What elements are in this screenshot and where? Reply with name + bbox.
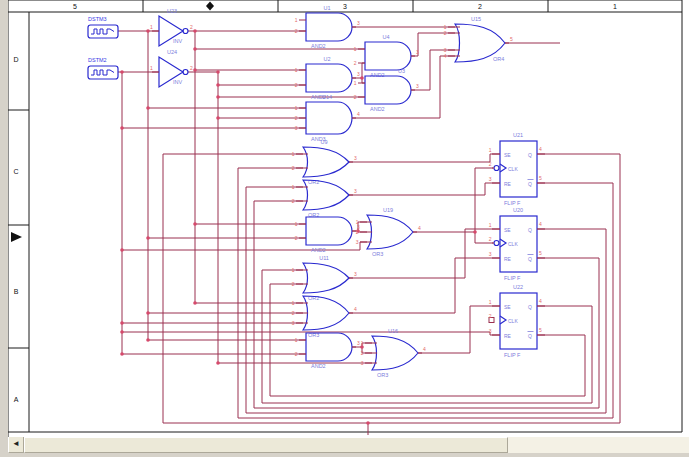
label-text: U3 bbox=[398, 68, 405, 74]
label-text: 3 bbox=[357, 340, 360, 346]
label-text: U16 bbox=[388, 328, 398, 334]
schematic-canvas[interactable]: 5321DCBA DSTM3DSTM2U23INV12U24INV12123U1… bbox=[0, 0, 689, 437]
label-text: 4 bbox=[539, 298, 542, 304]
label-text: 1 bbox=[295, 337, 298, 343]
label-text: U1 bbox=[323, 5, 330, 11]
label-text: U19 bbox=[383, 207, 393, 213]
label-text: U22 bbox=[513, 284, 523, 290]
label-text: 2 bbox=[489, 236, 492, 242]
label-text: C bbox=[13, 168, 18, 175]
label-text: 1 bbox=[295, 17, 298, 23]
label-text: 1 bbox=[295, 67, 298, 73]
label-text: DSTM2 bbox=[88, 57, 107, 63]
label-text: AND2 bbox=[311, 247, 326, 253]
label-text: RE bbox=[504, 333, 512, 339]
label-text: 2 bbox=[292, 165, 295, 171]
scroll-thumb[interactable] bbox=[24, 437, 508, 453]
label-text: 1 bbox=[295, 105, 298, 111]
label-text: CLK bbox=[508, 241, 518, 247]
label-text: RE bbox=[504, 256, 512, 262]
label-text: A bbox=[14, 396, 19, 403]
label-text: 3 bbox=[354, 271, 357, 277]
label-text: 2 bbox=[295, 28, 298, 34]
label-text: Q bbox=[528, 227, 532, 233]
label-text: FLIP F bbox=[504, 200, 521, 206]
label-text: SE bbox=[504, 304, 511, 310]
label-text: 1 bbox=[292, 300, 295, 306]
label-text: DSTM3 bbox=[88, 16, 107, 22]
label-text: 2 bbox=[292, 281, 295, 287]
label-text: RE bbox=[504, 181, 512, 187]
schematic-editor-window: 5321DCBA DSTM3DSTM2U23INV12U24INV12123U1… bbox=[0, 0, 689, 457]
label-text: FLIP F bbox=[504, 275, 521, 281]
label-text: SE bbox=[504, 227, 511, 233]
label-text: 3 bbox=[416, 49, 419, 55]
label-text: 4 bbox=[354, 306, 357, 312]
label-text: 1 bbox=[150, 65, 153, 71]
label-text: 3 bbox=[416, 83, 419, 89]
label-text: INV bbox=[173, 79, 183, 85]
label-text: 3 bbox=[295, 125, 298, 131]
label-text: 5 bbox=[510, 36, 513, 42]
label-text: 2 bbox=[489, 161, 492, 167]
label-text: 1 bbox=[354, 80, 357, 86]
label-text: Q bbox=[528, 152, 532, 158]
label-text: U20 bbox=[513, 207, 523, 213]
label-text: 2 bbox=[190, 24, 193, 30]
label-text: U21 bbox=[513, 132, 523, 138]
label-text: AND2 bbox=[311, 43, 326, 49]
label-text: 3 bbox=[357, 20, 360, 26]
label-text: INV bbox=[173, 38, 183, 44]
label-text: OR4 bbox=[493, 56, 504, 62]
label-text: 5 bbox=[539, 175, 542, 181]
label-text: Q bbox=[528, 304, 532, 310]
label-text: 3 bbox=[489, 328, 492, 334]
label-text: 2 bbox=[444, 30, 447, 36]
horizontal-scrollbar[interactable]: ◄ bbox=[8, 437, 689, 453]
label-text: FLIP F bbox=[504, 352, 521, 358]
label-text: 3 bbox=[361, 360, 364, 366]
label-text: U23 bbox=[167, 8, 177, 14]
label-text: 1 bbox=[150, 24, 153, 30]
label-text: AND2 bbox=[311, 363, 326, 369]
label-text: 5 bbox=[73, 3, 77, 10]
label-text: 1 bbox=[489, 147, 492, 153]
label-text: AND2 bbox=[370, 72, 385, 78]
label-text: Q bbox=[528, 333, 532, 339]
label-text: 3 bbox=[292, 320, 295, 326]
scroll-left-button[interactable]: ◄ bbox=[8, 437, 24, 453]
label-text: 3 bbox=[489, 251, 492, 257]
label-text: 4 bbox=[539, 221, 542, 227]
label-text: 2 bbox=[478, 3, 482, 10]
label-text: 1 bbox=[613, 3, 617, 10]
label-text: OR3 bbox=[377, 372, 388, 378]
label-text: Q bbox=[528, 256, 532, 262]
label-text: 4 bbox=[418, 225, 421, 231]
label-text: 2 bbox=[356, 229, 359, 235]
label-text: 3 bbox=[343, 3, 347, 10]
label-text: 1 bbox=[361, 340, 364, 346]
label-text: 2 bbox=[354, 94, 357, 100]
label-text: 2 bbox=[295, 351, 298, 357]
label-text: 2 bbox=[295, 82, 298, 88]
window-left-strip bbox=[0, 0, 8, 457]
label-text: U2 bbox=[323, 56, 330, 62]
label-text: CLK bbox=[508, 318, 518, 324]
label-text: 1 bbox=[489, 299, 492, 305]
label-text: 5 bbox=[539, 327, 542, 333]
scroll-left-arrow-icon: ◄ bbox=[12, 439, 20, 448]
label-text: U24 bbox=[167, 49, 177, 55]
label-text: B bbox=[14, 288, 19, 295]
label-text: 2 bbox=[361, 350, 364, 356]
label-text: U15 bbox=[471, 16, 481, 22]
window-bottom-edge bbox=[0, 453, 689, 457]
label-text: SE bbox=[504, 152, 511, 158]
label-text: 4 bbox=[357, 111, 360, 117]
label-text: 2 bbox=[292, 198, 295, 204]
label-text: U11 bbox=[319, 255, 329, 261]
label-text: 2 bbox=[292, 310, 295, 316]
label-text: CLK bbox=[508, 166, 518, 172]
label-text: 3 bbox=[489, 176, 492, 182]
label-text: 4 bbox=[539, 146, 542, 152]
label-text: 1 bbox=[295, 221, 298, 227]
